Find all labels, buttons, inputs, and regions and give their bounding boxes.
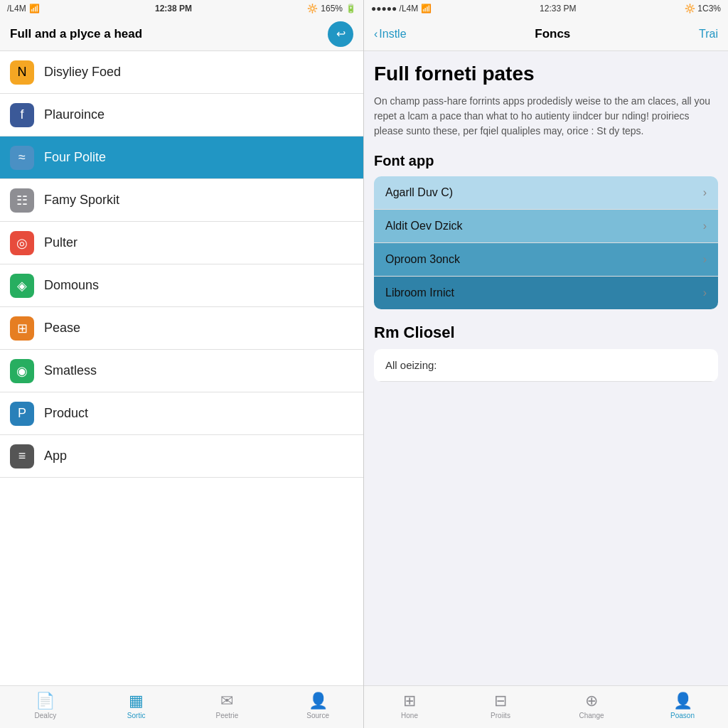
back-label: Instle <box>379 28 406 41</box>
battery-left: 165% <box>321 4 343 14</box>
list-item-text: Plauroince <box>44 107 105 122</box>
font-app-item-text: Agarll Duv C) <box>385 186 453 199</box>
wifi-icon-left: 📶 <box>29 4 40 14</box>
list-item[interactable]: ◈Domouns <box>0 264 363 307</box>
list-item[interactable]: fPlauroince <box>0 94 363 136</box>
list-item-icon: ≡ <box>10 444 34 469</box>
status-right-right: 🔆 1C3% <box>685 4 721 14</box>
list-item-text: Four Polite <box>44 150 106 165</box>
tab-item-tab-dealcy[interactable]: 📄Dealcy <box>0 692 91 719</box>
tab-label: Proiits <box>491 712 510 719</box>
list-item[interactable]: ☷Famy Sporkit <box>0 179 363 222</box>
nav-title-right: Foncs <box>535 27 570 41</box>
list-item-text: Famy Sporkit <box>44 193 119 208</box>
status-left-right: 🔆 165% 🔋 <box>307 4 356 14</box>
font-app-item[interactable]: Aldit Oev Dzick› <box>374 210 718 243</box>
nav-title-left: Full and a plyce a head <box>10 27 328 41</box>
right-tab-item-tab-profits[interactable]: ⊟Proiits <box>455 692 546 719</box>
carrier-right: ●●●●● /L4M <box>371 4 418 14</box>
status-left-info: /L4M 📶 <box>7 4 40 14</box>
nav-action-button[interactable]: Trai <box>699 28 718 41</box>
wifi-icon-right: 📶 <box>421 4 432 14</box>
chevron-right-icon: › <box>703 220 707 232</box>
tab-icon: 👤 <box>673 692 692 710</box>
font-app-item[interactable]: Agarll Duv C)› <box>374 176 718 210</box>
tab-label: Change <box>579 712 604 719</box>
tab-label: Source <box>306 712 329 719</box>
list-item[interactable]: ⊞Pease <box>0 307 363 350</box>
status-bar-right: ●●●●● /L4M 📶 12:33 PM 🔆 1C3% <box>364 0 728 17</box>
rm-title: Rm Cliosel <box>374 323 718 342</box>
list-item-text: Domouns <box>44 278 99 293</box>
list-item[interactable]: ◉Smatless <box>0 350 363 392</box>
time-left: 12:38 PM <box>155 4 192 14</box>
list-item-icon: f <box>10 103 34 127</box>
right-panel: ●●●●● /L4M 📶 12:33 PM 🔆 1C3% ‹ Instle Fo… <box>364 0 728 728</box>
rm-card-item[interactable]: All oeizing: <box>374 349 718 382</box>
right-content: Full forneti pates On champ pass-hare fo… <box>364 51 728 685</box>
list-container: NDisyliey FoedfPlauroince≈Four Polite☷Fa… <box>0 51 363 685</box>
carrier-left: /L4M <box>7 4 26 14</box>
nav-icon-symbol: ↩ <box>336 27 346 41</box>
tab-icon: ▦ <box>129 692 144 710</box>
battery-right: 1C3% <box>697 4 721 14</box>
list-item[interactable]: ≈Four Polite <box>0 136 363 179</box>
tab-item-tab-peetrie[interactable]: ✉Peetrie <box>182 692 273 719</box>
left-panel: /L4M 📶 12:38 PM 🔆 165% 🔋 Full and a plyc… <box>0 0 364 728</box>
right-tab-item-tab-change[interactable]: ⊕Change <box>546 692 637 719</box>
list-item-icon: N <box>10 60 34 85</box>
font-app-item[interactable]: Libroom Irnict› <box>374 277 718 309</box>
list-item[interactable]: NDisyliey Foed <box>0 51 363 94</box>
tab-label: Peetrie <box>216 712 239 719</box>
list-item-icon: ☷ <box>10 188 34 213</box>
list-item[interactable]: ≡App <box>0 435 363 478</box>
battery-icon-left: 🔋 <box>346 4 356 14</box>
font-app-item[interactable]: Oproom 3onck› <box>374 243 718 277</box>
list-item-text: Pulter <box>44 235 77 250</box>
nav-icon-right[interactable]: ↩ <box>328 21 353 47</box>
list-item-icon: ◉ <box>10 359 34 383</box>
chevron-right-icon: › <box>703 186 707 199</box>
brightness-icon-right: 🔆 <box>685 4 695 14</box>
nav-bar-left: Full and a plyce a head ↩ <box>0 17 363 51</box>
tab-bar-right: ⊞Hone⊟Proiits⊕Change👤Poason <box>364 685 728 728</box>
chevron-right-icon: › <box>703 287 707 299</box>
rm-card: All oeizing: <box>374 349 718 382</box>
status-bar-left: /L4M 📶 12:38 PM 🔆 165% 🔋 <box>0 0 363 17</box>
font-app-item-text: Aldit Oev Dzick <box>385 220 462 232</box>
list-item-text: Disyliey Foed <box>44 65 121 80</box>
tab-icon: 📄 <box>36 692 55 710</box>
nav-back-button[interactable]: ‹ Instle <box>374 28 407 41</box>
tab-label: Hone <box>401 712 418 719</box>
back-chevron-icon: ‹ <box>374 28 378 41</box>
tab-item-tab-source[interactable]: 👤Source <box>272 692 363 719</box>
tab-icon: ⊟ <box>494 692 507 710</box>
list-item-icon: P <box>10 402 34 426</box>
time-right: 12:33 PM <box>540 4 576 14</box>
list-item-icon: ≈ <box>10 146 34 170</box>
tab-bar-left: 📄Dealcy▦Sortic✉Peetrie👤Source <box>0 685 363 728</box>
brightness-icon-left: 🔆 <box>307 4 318 14</box>
list-item[interactable]: ◎Pulter <box>0 222 363 264</box>
list-item-text: Product <box>44 406 88 421</box>
tab-icon: 👤 <box>309 692 328 710</box>
list-item-text: Smatless <box>44 363 97 378</box>
main-title: Full forneti pates <box>374 63 718 85</box>
font-app-item-text: Oproom 3onck <box>385 253 460 266</box>
tab-item-tab-sortic[interactable]: ▦Sortic <box>91 692 182 719</box>
font-app-title: Font app <box>374 153 718 169</box>
list-item[interactable]: PProduct <box>0 392 363 435</box>
list-item-text: App <box>44 449 67 464</box>
description: On champ pass-hare forrints apps prodedi… <box>374 94 718 139</box>
tab-label: Sortic <box>127 712 146 719</box>
chevron-right-icon: › <box>703 253 707 266</box>
list-item-icon: ◎ <box>10 231 34 255</box>
tab-label: Poason <box>670 712 695 719</box>
tab-icon: ⊕ <box>585 692 598 710</box>
tab-label: Dealcy <box>35 712 57 719</box>
list-item-icon: ◈ <box>10 274 34 298</box>
list-item-icon: ⊞ <box>10 316 34 341</box>
right-tab-item-tab-poason[interactable]: 👤Poason <box>637 692 728 719</box>
status-right-left: ●●●●● /L4M 📶 <box>371 4 432 14</box>
right-tab-item-tab-home[interactable]: ⊞Hone <box>364 692 455 719</box>
